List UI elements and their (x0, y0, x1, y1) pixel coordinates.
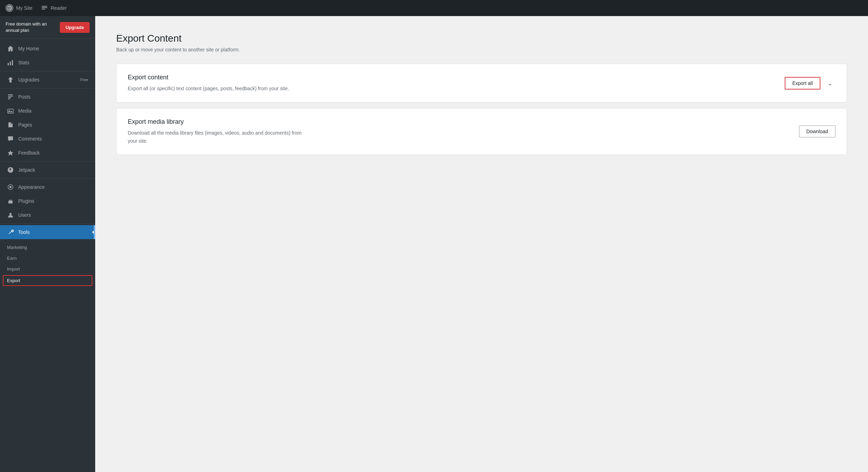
sidebar-item-posts[interactable]: Posts (0, 90, 95, 104)
sub-nav-import[interactable]: Import (0, 264, 95, 274)
sub-nav-label: Marketing (7, 245, 27, 250)
svg-rect-15 (8, 201, 13, 203)
card-body-export: Export content Export all (or specific) … (128, 74, 776, 92)
sub-nav-section: Marketing Earn Import Export (0, 242, 95, 287)
posts-icon (7, 93, 14, 100)
feedback-icon (7, 149, 14, 156)
sidebar-item-tools[interactable]: Tools (0, 225, 95, 239)
topbar: My Site Reader (0, 0, 868, 16)
sub-nav-label: Export (7, 278, 20, 283)
svg-point-14 (9, 186, 12, 188)
card-body-media: Export media library Download all the me… (128, 118, 791, 145)
svg-rect-8 (8, 97, 11, 98)
comments-icon (7, 135, 14, 142)
sidebar-item-stats[interactable]: Stats (0, 56, 95, 70)
sub-nav-earn[interactable]: Earn (0, 253, 95, 264)
sub-nav-export[interactable]: Export (3, 275, 92, 286)
svg-rect-10 (8, 109, 13, 113)
export-media-card: Export media library Download all the me… (116, 108, 847, 155)
sidebar-item-upgrades[interactable]: Upgrades Free (0, 73, 95, 87)
sidebar-item-label: Posts (18, 94, 30, 100)
svg-rect-4 (10, 62, 11, 65)
sidebar-item-label: Comments (18, 136, 42, 142)
sidebar-item-jetpack[interactable]: Jetpack (0, 163, 95, 177)
jetpack-icon (7, 166, 14, 173)
upgrade-button[interactable]: Upgrade (60, 22, 90, 33)
svg-rect-16 (9, 200, 10, 201)
sidebar-item-label: Appearance (18, 184, 45, 190)
users-icon (7, 212, 14, 219)
sidebar-item-plugins[interactable]: Plugins (0, 194, 95, 208)
sidebar-item-label: Feedback (18, 150, 40, 156)
svg-marker-12 (8, 150, 13, 156)
sidebar-item-label: Users (18, 212, 31, 218)
sidebar-item-label: Plugins (18, 198, 34, 204)
plugins-icon (7, 198, 14, 205)
sidebar-item-label: Stats (18, 60, 29, 65)
sidebar: Free domain with an annual plan Upgrade … (0, 16, 95, 472)
stats-icon (7, 59, 14, 66)
sub-nav-label: Import (7, 266, 20, 272)
media-card-actions: Download (799, 126, 835, 137)
svg-point-11 (9, 110, 10, 111)
sidebar-item-label: Pages (18, 122, 32, 128)
media-icon (7, 107, 14, 114)
sidebar-item-label: Media (18, 108, 31, 114)
promo-text: Free domain with an annual plan (6, 21, 56, 34)
svg-rect-7 (8, 96, 13, 96)
sidebar-arrow (92, 229, 95, 236)
svg-rect-9 (8, 99, 10, 99)
main-layout: Free domain with an annual plan Upgrade … (0, 16, 868, 472)
wordpress-icon (6, 4, 13, 12)
svg-rect-0 (42, 6, 47, 7)
card-title-export: Export content (128, 74, 776, 81)
upgrades-icon (7, 76, 14, 83)
sidebar-item-label: My Home (18, 46, 39, 51)
sidebar-item-label: Upgrades (18, 77, 40, 83)
card-desc-media: Download all the media library files (im… (128, 129, 310, 145)
sub-nav-label: Earn (7, 256, 16, 261)
promo-banner: Free domain with an annual plan Upgrade (0, 16, 95, 39)
svg-rect-6 (8, 94, 13, 95)
mysite-nav[interactable]: My Site (6, 4, 33, 12)
download-button[interactable]: Download (799, 126, 835, 137)
sidebar-item-my-home[interactable]: My Home (0, 42, 95, 56)
export-card-actions: Export all ⌄ (785, 77, 835, 90)
expand-export-button[interactable]: ⌄ (825, 78, 835, 88)
nav-section: My Home Stats Upgrades Free (0, 39, 95, 242)
export-all-button[interactable]: Export all (785, 77, 820, 90)
sidebar-item-label: Jetpack (18, 167, 35, 173)
mysite-label: My Site (16, 5, 33, 11)
svg-rect-1 (42, 7, 47, 8)
appearance-icon (7, 184, 14, 191)
sidebar-item-users[interactable]: Users (0, 208, 95, 222)
export-content-card: Export content Export all (or specific) … (116, 64, 847, 102)
sub-nav-marketing[interactable]: Marketing (0, 242, 95, 253)
svg-rect-3 (8, 63, 9, 65)
card-desc-export: Export all (or specific) text content (p… (128, 85, 310, 92)
sidebar-item-comments[interactable]: Comments (0, 132, 95, 146)
pages-icon (7, 121, 14, 128)
nav-divider-3 (0, 161, 95, 162)
nav-divider (0, 71, 95, 71)
nav-divider-4 (0, 178, 95, 179)
upgrades-badge: Free (80, 78, 88, 82)
page-subtitle: Back up or move your content to another … (116, 47, 847, 52)
content-area: Export Content Back up or move your cont… (95, 16, 868, 472)
nav-divider-5 (0, 223, 95, 224)
sidebar-item-feedback[interactable]: Feedback (0, 146, 95, 160)
sidebar-item-pages[interactable]: Pages (0, 118, 95, 132)
sidebar-item-label: Tools (18, 229, 30, 235)
sidebar-item-media[interactable]: Media (0, 104, 95, 118)
svg-rect-5 (12, 60, 13, 65)
nav-divider-2 (0, 88, 95, 88)
home-icon (7, 45, 14, 52)
reader-label: Reader (51, 5, 67, 11)
tools-icon (7, 229, 14, 236)
svg-rect-2 (42, 9, 45, 9)
chevron-down-icon: ⌄ (827, 80, 833, 87)
reader-icon (41, 5, 48, 12)
page-title: Export Content (116, 33, 847, 44)
reader-nav[interactable]: Reader (41, 5, 67, 12)
sidebar-item-appearance[interactable]: Appearance (0, 180, 95, 194)
